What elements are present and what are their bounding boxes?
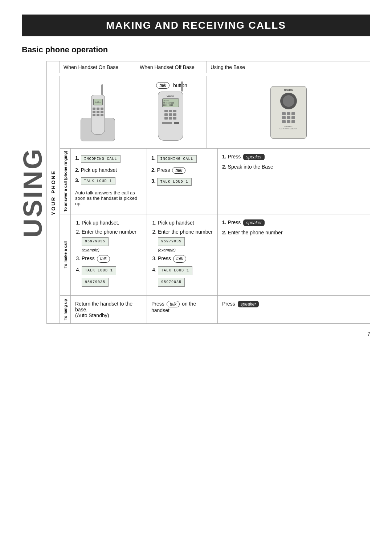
make-col2: Pick up handset Enter the phone number 9… <box>147 214 218 295</box>
make-call-side-label: To make a call <box>60 214 71 295</box>
answer-col1-note: Auto talk answers the call as soon as th… <box>75 190 142 206</box>
main-table: When Handset On Base When Handset Off Ba… <box>60 61 370 324</box>
talk-button-label: talk <box>156 82 170 89</box>
using-label: USING <box>18 144 48 241</box>
answer-col1-lcd3: TALK LOUD 1 <box>81 177 115 185</box>
answer-col1-lcd1: INCOMING CALL <box>81 155 121 163</box>
hang-col3-speaker: speaker <box>238 301 259 307</box>
using-label-wrapper: USING <box>22 61 44 324</box>
make-col1: Pick up handset. Enter the phone number … <box>71 214 147 295</box>
hang-up-side-label: To hang up <box>60 296 71 323</box>
page-number: 7 <box>22 331 370 337</box>
answer-call-row: To answer a call (phone ringing) 1. INCO… <box>60 148 370 214</box>
make-col1-talk: talk <box>97 255 110 263</box>
col-header-3: Using the Base <box>207 61 370 73</box>
page-title: MAKING AND RECEIVING CALLS <box>22 15 370 36</box>
answer-call-side-label: To answer a call (phone ringing) <box>60 149 71 214</box>
make-col1-lcd4b: 95979035 <box>82 278 109 287</box>
hang-col2-talk: talk <box>167 301 180 307</box>
make-col3: 1. Press speaker 2. Enter the phone numb… <box>218 214 370 295</box>
hang-col1: Return the handset to the base. (Auto St… <box>71 296 147 323</box>
button-label: button <box>173 82 187 88</box>
handset-on-base-image: Uniden Uniden <box>60 76 136 148</box>
answer-col3-speaker1: speaker <box>243 154 265 160</box>
answer-col1: 1. INCOMING CALL 2. Pick up handset 3. T… <box>71 149 147 214</box>
answer-col2-lcd3: TALK LOUD 1 <box>157 178 192 186</box>
phones-row: Uniden Uniden <box>60 76 370 148</box>
section-title: Basic phone operation <box>22 45 370 55</box>
your-phone-label: YOUR PHONE <box>50 170 56 215</box>
handset-off-base-image: talk button Uniden 10:00 AN STATION <box>136 76 207 148</box>
make-col2-lcd4a: TALK LOUD 1 <box>158 266 192 275</box>
answer-col3: 1. Press speaker 2. Speak into the Base <box>218 149 370 214</box>
hang-col2: Press talk on the handset <box>147 296 218 323</box>
make-col2-talk: talk <box>173 255 187 263</box>
make-call-row: To make a call Pick up handset. Enter th… <box>60 214 370 295</box>
make-col1-lcd4a: TALK LOUD 1 <box>82 266 116 275</box>
make-col2-lcd4b: 95979035 <box>158 278 185 287</box>
answer-col2-lcd1: INCOMING CALL <box>157 155 197 163</box>
make-col1-number-lcd: 95979035 <box>82 237 109 246</box>
make-col2-number-lcd: 95979035 <box>158 237 185 246</box>
answer-col2-talk: talk <box>172 167 185 174</box>
hang-col3: Press speaker <box>218 296 370 323</box>
base-unit-image: Uniden <box>207 76 370 148</box>
make-col3-speaker1: speaker <box>243 219 265 226</box>
page: MAKING AND RECEIVING CALLS Basic phone o… <box>22 15 370 337</box>
col-header-1: When Handset On Base <box>60 61 136 73</box>
hang-up-row: To hang up Return the handset to the bas… <box>60 295 370 324</box>
col-header-2: When Handset Off Base <box>136 61 207 73</box>
answer-col2: 1. INCOMING CALL 2. Press talk 3. TALK L… <box>147 149 218 214</box>
